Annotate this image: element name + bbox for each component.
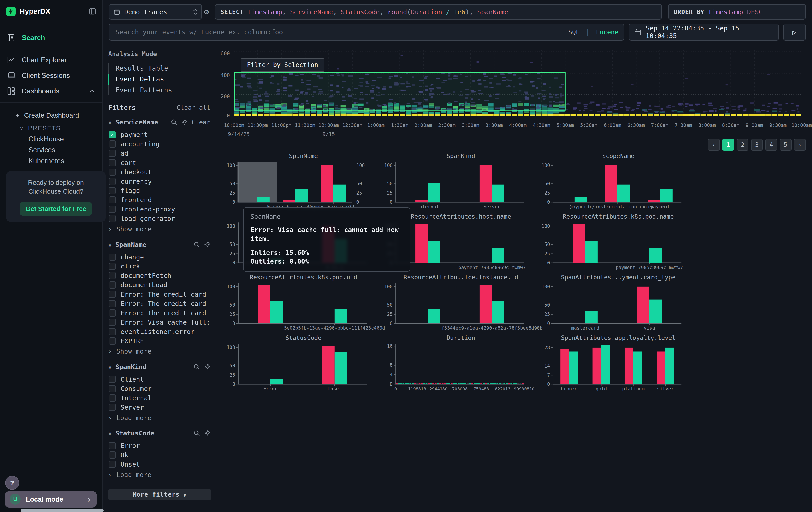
chart-spankind[interactable]: SpanKind02550100InternalServer [382, 153, 540, 212]
page-next-button[interactable]: › [794, 139, 806, 151]
filter-option-click[interactable]: click [108, 262, 210, 271]
create-dashboard-button[interactable]: + Create Dashboard [0, 110, 102, 121]
chart-duration[interactable]: Duration04816011988132944180703098759483… [382, 334, 540, 394]
analysis-mode-event-patterns[interactable]: Event Patterns [108, 85, 210, 96]
checkbox[interactable] [109, 291, 116, 298]
filter-group-title[interactable]: ServiceName [115, 118, 167, 126]
checkbox[interactable] [109, 215, 116, 222]
filter-option-frontend[interactable]: frontend [108, 195, 210, 205]
search-icon[interactable] [194, 364, 200, 370]
filter-option-change[interactable]: change [108, 252, 210, 262]
pin-icon[interactable] [181, 119, 187, 125]
help-button[interactable]: ? [5, 476, 19, 490]
checkbox[interactable] [109, 328, 116, 335]
filter-option-cart[interactable]: cart [108, 158, 210, 167]
chart-resourceattribu-ice-instance-id[interactable]: ResourceAttribu..ice.instance.id02550100… [382, 274, 540, 333]
sidebar-preset-services[interactable]: Services [0, 145, 102, 156]
sidebar-item-dashboards[interactable]: Dashboards [0, 83, 102, 99]
checkbox[interactable] [109, 159, 116, 166]
chart-spanname[interactable]: SpanName0025255050100100Error: Visa cach… [225, 153, 382, 212]
filter-option-consumer[interactable]: Consumer [108, 384, 210, 393]
filter-option-ad[interactable]: ad [108, 149, 210, 158]
checkbox[interactable] [109, 263, 116, 270]
page-button-4[interactable]: 4 [765, 139, 777, 151]
sidebar-item-client-sessions[interactable]: Client Sessions [0, 68, 102, 83]
filter-option-ok[interactable]: Ok [108, 450, 210, 460]
sidebar-preset-kubernetes[interactable]: Kubernetes [0, 156, 102, 166]
checkbox[interactable] [109, 319, 116, 326]
filter-group-title[interactable]: StatusCode [115, 429, 190, 437]
filter-option-currency[interactable]: currency [108, 177, 210, 186]
analysis-mode-results-table[interactable]: Results Table [108, 63, 210, 74]
page-button-3[interactable]: 3 [751, 139, 763, 151]
analysis-mode-event-deltas[interactable]: Event Deltas [108, 74, 210, 85]
heatmap-selection[interactable] [235, 72, 565, 110]
filter-option-documentload[interactable]: documentLoad [108, 280, 210, 290]
checkbox[interactable] [109, 461, 116, 468]
sql-mode-toggle[interactable]: SQL [568, 28, 579, 36]
filter-option-accounting[interactable]: accounting [108, 139, 210, 149]
local-mode-menu[interactable]: U Local mode › [5, 491, 97, 508]
chevron-down-icon[interactable]: ∨ [108, 430, 112, 436]
checkbox[interactable] [109, 452, 116, 459]
time-range-picker[interactable]: Sep 14 22:04:35 - Sep 15 10:04:35 [629, 24, 779, 41]
more-filters-button[interactable]: More filters ∨ [108, 489, 211, 500]
search-icon[interactable] [171, 119, 177, 125]
checkbox[interactable] [109, 404, 116, 411]
presets-toggle[interactable]: ∨ PRESETS [0, 123, 102, 134]
load-more-link[interactable]: ›Load more [108, 470, 210, 480]
run-query-button[interactable]: ▷ [783, 24, 806, 41]
filter-option-documentfetch[interactable]: documentFetch [108, 271, 210, 280]
filter-by-selection-button[interactable]: Filter by Selection [241, 58, 324, 72]
filter-option-checkout[interactable]: checkout [108, 167, 210, 177]
filter-group-title[interactable]: SpanName [115, 241, 190, 248]
filter-option-load-generator[interactable]: load-generator [108, 214, 210, 223]
filter-option-server[interactable]: Server [108, 403, 210, 412]
checkbox[interactable] [109, 395, 116, 402]
get-started-button[interactable]: Get Started for Free [20, 202, 92, 216]
chart-scopename[interactable]: ScopeName02550100@hyperdx/instrumentatio… [540, 153, 697, 212]
page-prev-button[interactable]: ‹ [708, 139, 720, 151]
page-button-5[interactable]: 5 [780, 139, 791, 151]
clear-filter-link[interactable]: Clear [192, 119, 210, 126]
clear-all-link[interactable]: Clear all [177, 104, 210, 111]
filter-option-unset[interactable]: Unset [108, 460, 210, 469]
page-button-2[interactable]: 2 [736, 139, 748, 151]
sidebar-item-chart-explorer[interactable]: Chart Explorer [0, 52, 102, 68]
filter-option-frontend-proxy[interactable]: frontend-proxy [108, 205, 210, 214]
sidebar-preset-clickhouse[interactable]: ClickHouse [0, 134, 102, 145]
select-query-input[interactable]: SELECT Timestamp, ServiceName, StatusCod… [215, 4, 662, 20]
settings-gear-icon[interactable]: ⚙ [204, 7, 209, 16]
filter-option-client[interactable]: Client [108, 375, 210, 384]
show-more-link[interactable]: ›Show more [108, 347, 210, 356]
chart-resourceattributes-k8s-pod-uid[interactable]: ResourceAttributes.k8s.pod.uid025501005e… [225, 274, 382, 333]
checkbox[interactable] [109, 140, 116, 147]
checkbox[interactable] [109, 150, 116, 157]
checkbox[interactable] [109, 187, 116, 194]
filter-option-error-visa-cache-full-[interactable]: Error: Visa cache full: … [108, 318, 210, 327]
horizontal-scrollbar[interactable] [21, 509, 104, 512]
chart-statuscode[interactable]: StatusCode02550100ErrorUnset [225, 334, 382, 394]
checkbox[interactable] [109, 300, 116, 307]
pin-icon[interactable] [204, 430, 210, 436]
show-more-link[interactable]: ›Show more [108, 224, 210, 234]
lucene-mode-toggle[interactable]: Lucene [596, 28, 618, 36]
checkbox[interactable] [109, 178, 116, 185]
page-button-1[interactable]: 1 [722, 139, 734, 151]
checkbox[interactable] [109, 253, 116, 261]
chart-spanattributes-app-loyalty-level[interactable]: SpanAttributes.app.loyalty.level071428br… [540, 334, 697, 394]
sidebar-item-search[interactable]: Search [0, 30, 102, 46]
pin-icon[interactable] [204, 242, 210, 248]
checkbox[interactable] [109, 281, 116, 289]
filter-option-eventlistener-error[interactable]: eventListener.error [108, 327, 210, 336]
filter-option-payment[interactable]: ✓payment [108, 130, 210, 139]
checkbox[interactable] [109, 376, 116, 383]
checkbox[interactable] [109, 309, 116, 317]
search-icon[interactable] [194, 242, 200, 248]
chevron-down-icon[interactable]: ∨ [108, 363, 112, 370]
checkbox[interactable] [109, 168, 116, 176]
filter-option-error-the-credit-card-[interactable]: Error: The credit card (… [108, 299, 210, 308]
checkbox[interactable] [109, 338, 116, 345]
filter-group-title[interactable]: SpanKind [115, 363, 190, 371]
filter-option-error-the-credit-card-[interactable]: Error: The credit card (… [108, 290, 210, 299]
